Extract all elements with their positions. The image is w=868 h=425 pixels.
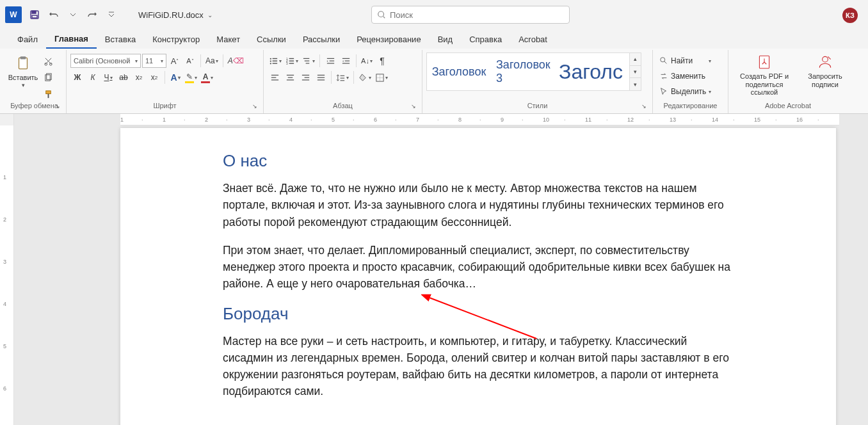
undo-icon[interactable] [45, 6, 63, 24]
clear-formatting-icon[interactable]: A⌫ [227, 54, 245, 68]
paragraph: При этом знает, что делает. Дипломирован… [223, 242, 740, 293]
dialog-launcher-icon[interactable]: ↘ [53, 102, 62, 111]
user-avatar[interactable]: КЗ [842, 8, 858, 23]
svg-rect-32 [271, 74, 278, 75]
tab-home[interactable]: Главная [46, 29, 97, 49]
dialog-launcher-icon[interactable]: ↘ [639, 102, 648, 111]
copy-icon[interactable] [41, 70, 55, 84]
svg-rect-29 [342, 58, 349, 58]
line-spacing-icon[interactable] [335, 70, 350, 84]
svg-rect-45 [341, 77, 345, 78]
tab-layout[interactable]: Макет [208, 29, 248, 49]
svg-rect-10 [45, 90, 51, 93]
increase-indent-icon[interactable] [339, 54, 353, 68]
group-clipboard-label: Буфер обмена [10, 102, 58, 109]
style-heading-cut[interactable]: Заголс [559, 53, 623, 90]
svg-rect-18 [289, 58, 294, 58]
justify-icon[interactable] [314, 70, 328, 84]
tab-acrobat[interactable]: Acrobat [510, 29, 556, 49]
gallery-more-icon[interactable]: ▾ [630, 78, 641, 90]
request-signatures-button[interactable]: Запросить подписи [801, 54, 849, 97]
styles-gallery[interactable]: Заголовок Заголовок 3 Заголс ▴ ▾ ▾ [426, 52, 641, 91]
highlight-color-icon[interactable]: ✎ [184, 70, 198, 84]
svg-point-3 [378, 12, 384, 17]
document-name: WiFiGiD.RU.docx [138, 10, 204, 20]
decrease-indent-icon[interactable] [323, 54, 337, 68]
bold-button[interactable]: Ж [70, 70, 84, 84]
dialog-launcher-icon[interactable]: ↘ [409, 102, 418, 111]
format-painter-icon[interactable] [41, 87, 55, 101]
borders-icon[interactable] [374, 70, 389, 84]
font-name-combo[interactable]: Calibri (Основной▾ [70, 54, 141, 68]
save-icon[interactable] [26, 6, 44, 24]
tab-file[interactable]: Файл [9, 29, 46, 49]
group-paragraph-label: Абзац [333, 102, 353, 109]
svg-point-48 [661, 58, 665, 62]
superscript-button[interactable]: x2 [147, 70, 161, 84]
svg-point-50 [823, 56, 828, 62]
align-right-icon[interactable] [298, 70, 312, 84]
document-title[interactable]: WiFiGiD.RU.docx ⌄ [138, 10, 213, 20]
undo-dropdown-icon[interactable] [64, 6, 82, 24]
tab-help[interactable]: Справка [461, 29, 510, 49]
align-left-icon[interactable] [268, 70, 282, 84]
qat-customize-icon[interactable] [102, 6, 120, 24]
svg-rect-5 [20, 56, 26, 59]
style-heading[interactable]: Заголовок [427, 53, 491, 90]
bullets-icon[interactable] [268, 54, 283, 68]
show-marks-icon[interactable]: ¶ [375, 54, 389, 68]
group-clipboard: Вставить ▾ Буфер обмена↘ [3, 50, 67, 113]
grow-font-icon[interactable]: A˄ [168, 54, 182, 68]
tab-references[interactable]: Ссылки [248, 29, 294, 49]
font-color-icon[interactable]: A [200, 70, 214, 84]
redo-icon[interactable] [83, 6, 101, 24]
ribbon-tabs: Файл Главная Вставка Конструктор Макет С… [0, 29, 868, 49]
style-heading3[interactable]: Заголовок 3 [491, 53, 559, 90]
strikethrough-button[interactable]: ab [117, 70, 131, 84]
svg-rect-27 [329, 60, 334, 61]
sort-icon[interactable]: А↓ [360, 54, 374, 68]
search-box[interactable] [371, 6, 570, 24]
tab-design[interactable]: Конструктор [144, 29, 208, 49]
multilevel-list-icon[interactable] [301, 54, 316, 68]
shading-icon[interactable] [357, 70, 373, 84]
underline-button[interactable]: Ч [101, 70, 115, 84]
dialog-launcher-icon[interactable]: ↘ [250, 102, 259, 111]
tab-insert[interactable]: Вставка [97, 29, 144, 49]
chevron-down-icon: ▾ [161, 58, 163, 64]
svg-rect-40 [301, 79, 309, 80]
chevron-down-icon: ▾ [22, 82, 25, 88]
svg-rect-43 [317, 79, 324, 80]
paragraph: Знает всё. Даже то, что не нужно или был… [223, 180, 740, 230]
change-case-icon[interactable]: Aa [204, 54, 220, 68]
replace-button[interactable]: Заменить [657, 69, 714, 83]
subscript-button[interactable]: x2 [132, 70, 146, 84]
search-icon [659, 56, 668, 65]
svg-rect-23 [303, 58, 309, 58]
group-editing: Найти▾ Заменить Выделить▾ Редактирование [653, 50, 728, 113]
vertical-ruler[interactable]: 1234567 [0, 125, 14, 425]
font-size-combo[interactable]: 11▾ [142, 54, 166, 68]
gallery-down-icon[interactable]: ▾ [630, 66, 641, 79]
cut-icon[interactable] [41, 54, 55, 68]
select-button[interactable]: Выделить▾ [657, 84, 714, 99]
gallery-up-icon[interactable]: ▴ [630, 53, 641, 66]
italic-button[interactable]: К [86, 70, 100, 84]
svg-rect-46 [341, 80, 345, 81]
paragraph: Мастер на все руки – и сеть настроить, и… [223, 333, 740, 400]
horizontal-ruler[interactable]: 1·1·2·3·4·5·6·7·8·9·10·11·12·13·14·15·16… [14, 114, 868, 125]
create-pdf-button[interactable]: Создать PDF и поделиться ссылкой [732, 54, 796, 97]
document-page[interactable]: О нас Знает всё. Даже то, что не нужно и… [120, 128, 836, 425]
shrink-font-icon[interactable]: A˅ [183, 54, 197, 68]
numbering-icon[interactable]: 123 [284, 54, 300, 68]
text-effects-icon[interactable]: A [168, 70, 182, 84]
tab-mailings[interactable]: Рассылки [294, 29, 348, 49]
paste-button[interactable]: Вставить ▾ [6, 51, 40, 88]
svg-rect-16 [273, 63, 278, 63]
paste-label: Вставить [8, 74, 38, 82]
search-input[interactable] [390, 10, 564, 20]
align-center-icon[interactable] [283, 70, 297, 84]
find-button[interactable]: Найти▾ [657, 54, 714, 68]
tab-review[interactable]: Рецензирование [348, 29, 429, 49]
tab-view[interactable]: Вид [430, 29, 462, 49]
